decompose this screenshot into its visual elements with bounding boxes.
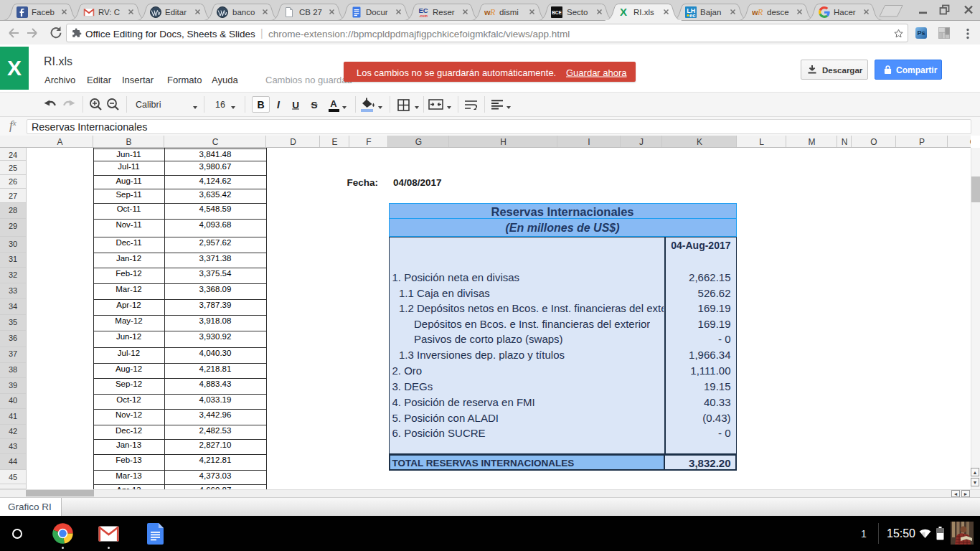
- svg-text:BCE: BCE: [552, 10, 562, 15]
- svg-text:R: R: [489, 7, 496, 17]
- svg-text:X: X: [620, 6, 627, 18]
- svg-text:.com: .com: [419, 14, 428, 18]
- svg-text:ec: ec: [689, 12, 695, 18]
- svg-text:R: R: [757, 7, 763, 17]
